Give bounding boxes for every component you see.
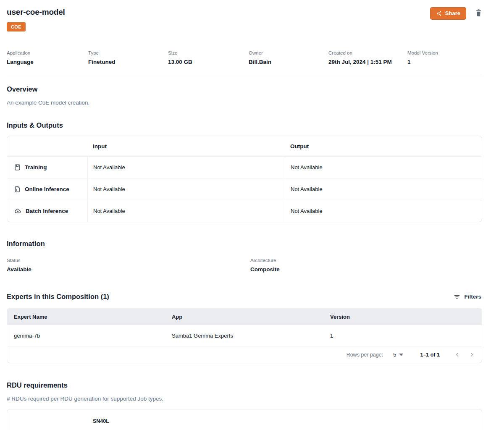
io-row-label: Training bbox=[25, 164, 47, 170]
io-row-training: Training Not Available Not Available bbox=[7, 156, 482, 178]
filters-label: Filters bbox=[464, 294, 481, 300]
experts-column-version: Version bbox=[323, 314, 482, 320]
section-divider bbox=[7, 75, 482, 75]
chevron-right-icon bbox=[469, 351, 475, 358]
meta-field-owner: Owner Bill.Bain bbox=[249, 50, 328, 66]
meta-value: 1 bbox=[407, 58, 482, 66]
experts-heading: Experts in this Composition (1) bbox=[7, 292, 109, 301]
io-output-value: Not Available bbox=[291, 208, 323, 214]
previous-page-button[interactable] bbox=[451, 350, 464, 359]
meta-value: 29th Jul, 2024 | 1:51 PM bbox=[328, 58, 407, 66]
expert-version-cell: 1 bbox=[323, 333, 482, 339]
overview-heading: Overview bbox=[7, 85, 482, 94]
title-block: user-coe-model COE bbox=[7, 7, 65, 31]
rows-per-page-value: 5 bbox=[393, 351, 396, 358]
meta-field-size: Size 13.00 GB bbox=[168, 50, 249, 66]
rdu-header-spacer bbox=[7, 409, 87, 430]
meta-field-created-on: Created on 29th Jul, 2024 | 1:51 PM bbox=[328, 50, 407, 66]
rows-per-page-label: Rows per page: bbox=[346, 352, 383, 358]
chevron-left-icon bbox=[454, 351, 460, 358]
page-header: user-coe-model COE Share bbox=[7, 0, 482, 31]
meta-value: Bill.Bain bbox=[249, 58, 328, 66]
next-page-button[interactable] bbox=[465, 350, 478, 359]
share-button[interactable]: Share bbox=[430, 7, 466, 20]
io-output-value: Not Available bbox=[291, 186, 323, 192]
io-column-output: Output bbox=[290, 143, 309, 149]
meta-field-application: Application Language bbox=[7, 50, 88, 66]
expert-name-cell: gemma-7b bbox=[7, 333, 165, 339]
io-header-row: Input Output bbox=[7, 136, 482, 156]
rdu-header-row: SN40L bbox=[7, 409, 482, 430]
meta-field-model-version: Model Version 1 bbox=[407, 50, 482, 66]
meta-field-type: Type Finetuned bbox=[88, 50, 168, 66]
header-actions: Share bbox=[430, 7, 482, 20]
coe-badge: COE bbox=[7, 22, 26, 31]
info-value: Available bbox=[7, 266, 250, 273]
model-detail-page: user-coe-model COE Share bbox=[7, 0, 482, 430]
io-output-value: Not Available bbox=[291, 164, 323, 170]
rdu-table: SN40L Online Inference 8 RDU(s) bbox=[7, 409, 482, 430]
document-icon bbox=[14, 186, 21, 193]
meta-label: Application bbox=[7, 50, 88, 56]
inputs-outputs-table: Input Output Training Not Available Not … bbox=[7, 136, 482, 222]
meta-label: Size bbox=[168, 50, 249, 56]
info-field-architecture: Architecture Composite bbox=[250, 257, 482, 273]
filters-button[interactable]: Filters bbox=[453, 293, 482, 301]
page-title: user-coe-model bbox=[7, 7, 65, 17]
io-column-input: Input bbox=[93, 143, 107, 149]
share-icon bbox=[436, 10, 442, 16]
model-meta-strip: Application Language Type Finetuned Size… bbox=[7, 50, 482, 66]
overview-description: An example CoE model creation. bbox=[7, 99, 482, 106]
info-value: Composite bbox=[250, 266, 482, 273]
info-field-status: Status Available bbox=[7, 257, 250, 273]
meta-label: Type bbox=[88, 50, 168, 56]
experts-section-header: Experts in this Composition (1) Filters bbox=[7, 292, 482, 301]
pagination-bar: Rows per page: 5 1–1 of 1 bbox=[7, 346, 482, 363]
meta-label: Created on bbox=[328, 50, 407, 56]
training-icon bbox=[14, 164, 21, 171]
experts-column-name: Expert Name bbox=[7, 314, 165, 320]
io-row-online-inference: Online Inference Not Available Not Avail… bbox=[7, 178, 482, 200]
meta-value: Finetuned bbox=[88, 58, 168, 66]
chevron-down-icon bbox=[399, 354, 403, 356]
cloud-download-icon bbox=[14, 207, 22, 215]
io-input-value: Not Available bbox=[93, 186, 125, 192]
info-label: Architecture bbox=[250, 257, 482, 263]
delete-button[interactable] bbox=[475, 7, 482, 18]
io-row-batch-inference: Batch Inference Not Available Not Availa… bbox=[7, 200, 482, 222]
rdu-column-sn40l: SN40L bbox=[93, 418, 109, 424]
rdu-description: # RDUs required per RDU generation for s… bbox=[7, 395, 482, 402]
information-heading: Information bbox=[7, 239, 482, 248]
io-input-value: Not Available bbox=[93, 208, 125, 214]
io-header-spacer bbox=[7, 136, 87, 156]
trash-icon bbox=[475, 9, 482, 17]
inputs-outputs-heading: Inputs & Outputs bbox=[7, 121, 482, 130]
expert-table-row[interactable]: gemma-7b Samba1 Gemma Experts 1 bbox=[7, 325, 482, 346]
filter-icon bbox=[454, 294, 460, 300]
expert-app-cell: Samba1 Gemma Experts bbox=[165, 333, 323, 339]
share-button-label: Share bbox=[445, 10, 460, 17]
meta-label: Owner bbox=[249, 50, 328, 56]
meta-value: Language bbox=[7, 58, 88, 66]
io-row-label: Batch Inference bbox=[26, 208, 68, 214]
meta-label: Model Version bbox=[407, 50, 482, 56]
io-row-label: Online Inference bbox=[25, 186, 69, 192]
experts-table: Expert Name App Version gemma-7b Samba1 … bbox=[7, 308, 482, 363]
meta-value: 13.00 GB bbox=[168, 58, 249, 66]
pagination-range: 1–1 of 1 bbox=[420, 352, 440, 358]
rdu-requirements-heading: RDU requirements bbox=[7, 381, 482, 390]
information-fields: Status Available Architecture Composite bbox=[7, 257, 482, 273]
info-label: Status bbox=[7, 257, 250, 263]
rows-per-page-select[interactable]: 5 bbox=[392, 351, 404, 359]
experts-column-app: App bbox=[165, 314, 323, 320]
experts-header-row: Expert Name App Version bbox=[7, 308, 482, 325]
io-input-value: Not Available bbox=[93, 164, 125, 170]
